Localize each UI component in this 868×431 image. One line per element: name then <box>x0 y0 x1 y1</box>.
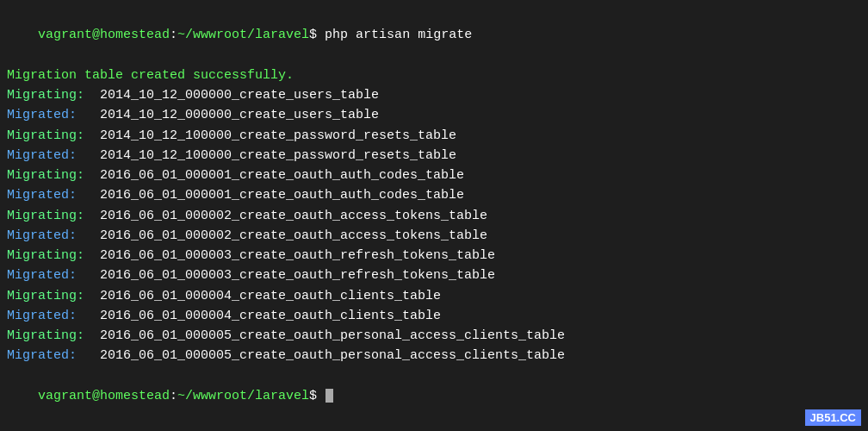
cursor <box>326 389 333 403</box>
terminal-line: Migrated: 2016_06_01_000002_create_oauth… <box>7 226 861 246</box>
final-prompt-user: vagrant@homestead <box>38 389 170 403</box>
prompt-user: vagrant@homestead <box>38 28 170 42</box>
prompt-dollar: $ <box>309 28 317 42</box>
terminal-line: Migrated: 2014_10_12_100000_create_passw… <box>7 146 861 166</box>
watermark: JB51.CC <box>805 409 861 426</box>
terminal-line: Migrated: 2014_10_12_000000_create_users… <box>7 105 861 125</box>
terminal-line: Migrated: 2016_06_01_000005_create_oauth… <box>7 346 861 365</box>
terminal-line: Migrating: 2016_06_01_000002_create_oaut… <box>7 206 861 226</box>
terminal-line: Migrating: 2016_06_01_000005_create_oaut… <box>7 326 861 346</box>
terminal-line: Migrating: 2016_06_01_000003_create_oaut… <box>7 246 861 265</box>
terminal: vagrant@homestead:~/wwwroot/laravel$ php… <box>0 0 868 431</box>
terminal-line: Migrating: 2016_06_01_000001_create_oaut… <box>7 166 861 185</box>
prompt-path: ~/wwwroot/laravel <box>177 28 309 42</box>
output-lines: Migration table created successfully.Mig… <box>7 66 861 366</box>
prompt-separator: : <box>170 28 177 42</box>
final-prompt-dollar: $ <box>309 389 317 403</box>
final-prompt-space <box>317 389 325 403</box>
final-prompt-sep: : <box>170 389 177 403</box>
command-line: vagrant@homestead:~/wwwroot/laravel$ php… <box>7 5 861 66</box>
terminal-line: Migrating: 2014_10_12_100000_create_pass… <box>7 126 861 146</box>
terminal-line: Migrated: 2016_06_01_000003_create_oauth… <box>7 265 861 285</box>
final-prompt-path: ~/wwwroot/laravel <box>177 389 309 403</box>
terminal-line: Migrated: 2016_06_01_000004_create_oauth… <box>7 306 861 326</box>
terminal-line: Migrating: 2014_10_12_000000_create_user… <box>7 85 861 105</box>
terminal-line: Migrating: 2016_06_01_000004_create_oaut… <box>7 286 861 306</box>
final-prompt-line: vagrant@homestead:~/wwwroot/laravel$ <box>7 366 861 427</box>
terminal-line: Migrated: 2016_06_01_000001_create_oauth… <box>7 185 861 205</box>
command-text: php artisan migrate <box>317 28 472 42</box>
terminal-line: Migration table created successfully. <box>7 66 861 85</box>
